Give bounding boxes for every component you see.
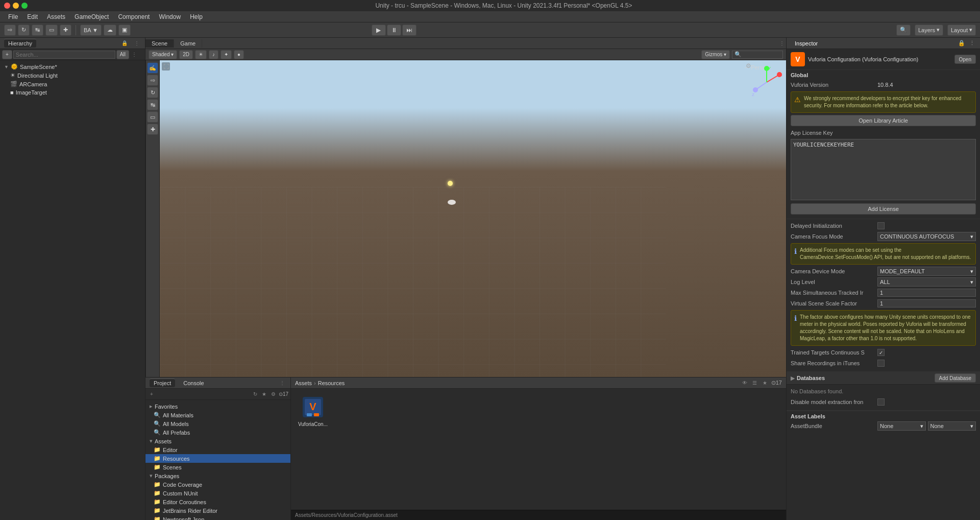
tree-editor[interactable]: 📁 Editor — [145, 445, 290, 454]
tree-packages[interactable]: ▾ Packages — [145, 471, 290, 480]
transform-all-tool[interactable]: ✚ — [60, 25, 71, 36]
assets-view-icon[interactable]: 👁 — [741, 379, 749, 387]
add-license-button[interactable]: Add License — [791, 203, 976, 215]
hierarchy-lock-icon[interactable]: 🔒 — [120, 39, 129, 48]
account-button[interactable]: BA ▼ — [80, 25, 102, 36]
menu-gameobject[interactable]: GameObject — [70, 12, 113, 21]
menu-component[interactable]: Component — [114, 12, 154, 21]
tool-scale[interactable]: ↹ — [147, 99, 158, 110]
tree-assets[interactable]: ▾ Assets — [145, 437, 290, 445]
transform-scale-tool[interactable]: ↹ — [32, 25, 43, 36]
tab-scene[interactable]: Scene — [145, 39, 174, 48]
maximize-button[interactable] — [21, 3, 28, 9]
project-options-icon[interactable]: ⋮ — [278, 379, 286, 387]
project-add-icon[interactable]: + — [148, 390, 156, 398]
license-textarea[interactable]: YOURLICENCEKEYHERE — [791, 139, 976, 200]
collab-button[interactable]: ▣ — [118, 25, 131, 36]
menu-edit[interactable]: Edit — [23, 12, 42, 21]
asset-bundle-dropdown[interactable]: None ▾ — [877, 421, 926, 431]
hierarchy-tab[interactable]: Hierarchy — [4, 39, 36, 48]
tree-all-models[interactable]: 🔍 All Models — [145, 419, 290, 428]
scene-options-icon[interactable]: ⋮ — [778, 39, 786, 48]
tool-rotate[interactable]: ↻ — [147, 87, 158, 98]
tool-rect[interactable]: ▭ — [147, 111, 158, 123]
cloud-button[interactable]: ☁ — [104, 25, 116, 36]
menu-file[interactable]: File — [4, 12, 22, 21]
tree-favorites[interactable]: ▸ Favorites — [145, 402, 290, 411]
play-button[interactable]: ▶ — [372, 25, 386, 36]
gizmo-widget[interactable]: X Y Z — [751, 64, 782, 100]
asset-bundle-variant-dropdown[interactable]: None ▾ — [928, 421, 976, 431]
inspector-lock-icon[interactable]: 🔒 — [958, 39, 966, 48]
tool-hand[interactable]: ✍ — [147, 62, 158, 74]
trained-targets-checkbox[interactable] — [877, 349, 885, 356]
tree-editor-coroutines[interactable]: 📁 Editor Coroutines — [145, 498, 290, 506]
transform-rect-tool[interactable]: ▭ — [45, 25, 58, 36]
databases-collapse[interactable]: ▶ Databases — [791, 375, 825, 382]
step-button[interactable]: ⏭ — [402, 25, 416, 36]
max-tracked-input[interactable] — [877, 289, 976, 297]
breadcrumb-resources[interactable]: Resources — [318, 380, 345, 386]
scene-shading-dropdown[interactable]: Shaded ▾ — [149, 50, 177, 59]
scene-lighting-button[interactable]: ☀ — [195, 50, 207, 59]
tab-game[interactable]: Game — [174, 39, 202, 48]
search-button[interactable]: 🔍 — [896, 25, 911, 36]
tree-all-materials[interactable]: 🔍 All Materials — [145, 411, 290, 419]
breadcrumb-assets[interactable]: Assets — [295, 380, 312, 386]
asset-vuforia-config[interactable]: V VuforiaCon... — [295, 393, 331, 506]
tree-jetbrains[interactable]: 📁 JetBrains Rider Editor — [145, 506, 290, 515]
minimize-button[interactable] — [13, 3, 19, 9]
hierarchy-options-icon[interactable]: ⋮ — [133, 39, 141, 48]
scene-maximize-button[interactable]: ⛶ — [162, 62, 170, 70]
project-star-icon[interactable]: ★ — [260, 390, 268, 398]
tab-project[interactable]: Project — [150, 379, 175, 387]
layout-dropdown[interactable]: Layout ▾ — [947, 25, 976, 36]
log-level-dropdown[interactable]: ALL ▾ — [877, 277, 976, 287]
layers-dropdown[interactable]: Layers ▾ — [915, 25, 943, 36]
scene-audio-button[interactable]: ♪ — [209, 50, 218, 59]
hierarchy-imagetarget[interactable]: ■ ImageTarget — [0, 88, 145, 97]
scene-gizmos-button[interactable]: Gizmos ▾ — [701, 50, 730, 59]
menu-help[interactable]: Help — [186, 12, 207, 21]
disable-model-checkbox[interactable] — [877, 398, 885, 406]
hierarchy-directional-light[interactable]: ☀ Directional Light — [0, 71, 145, 80]
share-recordings-checkbox[interactable] — [877, 360, 885, 367]
project-sync-icon[interactable]: ↻ — [251, 390, 259, 398]
assets-star-icon[interactable]: ★ — [761, 379, 769, 387]
transform-rotate-tool[interactable]: ↻ — [18, 25, 30, 36]
camera-device-dropdown[interactable]: MODE_DEFAULT ▾ — [877, 267, 976, 276]
tab-console[interactable]: Console — [179, 379, 208, 387]
hierarchy-search-input[interactable] — [13, 51, 115, 59]
add-database-button[interactable]: Add Database — [935, 373, 976, 383]
inspector-more-icon[interactable]: ⋮ — [968, 39, 976, 48]
tool-move[interactable]: ⇨ — [147, 75, 158, 86]
scene-settings-icon[interactable]: ⚙ — [746, 62, 751, 69]
delayed-init-checkbox[interactable] — [877, 222, 885, 229]
scene-2d-button[interactable]: 2D — [179, 50, 193, 59]
transform-move-tool[interactable]: ⇨ — [4, 25, 16, 36]
camera-focus-dropdown[interactable]: CONTINUOUS AUTOFOCUS ▾ — [877, 232, 976, 241]
menu-window[interactable]: Window — [155, 12, 185, 21]
hierarchy-arcamera[interactable]: 🎬 ARCamera — [0, 80, 145, 88]
menu-assets[interactable]: Assets — [43, 12, 69, 21]
tool-transform[interactable]: ✚ — [147, 124, 158, 135]
open-library-button[interactable]: Open Library Article — [791, 115, 976, 126]
project-settings-icon[interactable]: ⚙ — [270, 390, 278, 398]
scene-effects-button[interactable]: ✦ — [220, 50, 232, 59]
hierarchy-scene[interactable]: ▼ 🌞 SampleScene* — [0, 62, 145, 71]
hierarchy-options2-icon[interactable]: ⋮ — [130, 51, 138, 59]
hierarchy-add-button[interactable]: + — [2, 50, 12, 59]
tree-code-coverage[interactable]: 📁 Code Coverage — [145, 480, 290, 489]
tree-resources[interactable]: 📁 Resources — [145, 454, 290, 463]
hierarchy-all-button[interactable]: All — [116, 50, 129, 59]
tree-scenes[interactable]: 📁 Scenes — [145, 463, 290, 471]
tree-newtonsoft[interactable]: 📁 Newtonsoft Json — [145, 515, 290, 520]
assets-sort-icon[interactable]: ☰ — [751, 379, 759, 387]
inspector-tab[interactable]: Inspector — [791, 39, 822, 48]
tree-all-prefabs[interactable]: 🔍 All Prefabs — [145, 428, 290, 437]
scene-search-input[interactable]: 🔍 — [732, 51, 783, 59]
virtual-scale-input[interactable] — [877, 299, 976, 308]
close-button[interactable] — [4, 3, 10, 9]
pause-button[interactable]: ⏸ — [387, 25, 401, 36]
tree-custom-nunit[interactable]: 📁 Custom NUnit — [145, 489, 290, 498]
